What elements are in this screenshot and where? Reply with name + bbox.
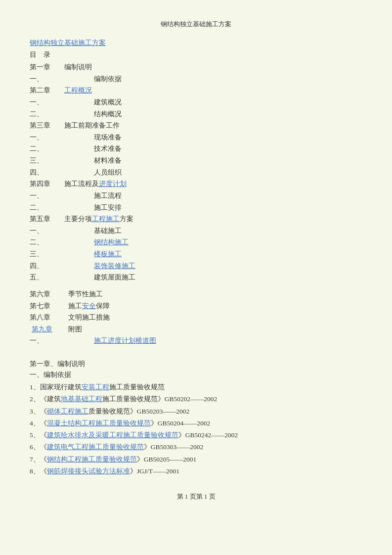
link-item-8[interactable]: 钢筋焊接接头试验方法标准: [47, 467, 130, 475]
toc-row-ch3-4: 四、 人员组织: [30, 167, 362, 179]
link-item-7[interactable]: 钢结构工程施工质量验收规范: [47, 456, 137, 463]
toc-text-ch4-2: 施工安排: [64, 202, 362, 214]
doc-title-link[interactable]: 钢结构独立基础施工方案: [30, 39, 362, 47]
toc-text-ch4-1: 施工流程: [64, 190, 362, 202]
item-3: 3、《砌体工程施工质量验收规范》GB50203——2002: [30, 406, 362, 417]
toc-row-ch9-1: 一、 施工进度计划横道图: [30, 335, 362, 347]
toc-text-ch8: 文明施工措施: [64, 312, 362, 324]
link-item-4[interactable]: 混凝土结构工程施工质量验收规范: [47, 419, 151, 427]
toc-text-ch3-2: 技术准备: [64, 143, 362, 155]
toc-row-ch2-1: 一、 建筑概况: [30, 96, 362, 108]
toc-num-2-1: 一、: [30, 96, 64, 108]
toc-row-ch5-4: 四、 装饰装修施工: [30, 260, 362, 272]
toc-num-9-1: 一、: [30, 335, 64, 347]
content-section-1: 第一章、编制说明 一、编制依据 1、国家现行建筑安装工程施工质量验收规范 2、《…: [30, 360, 362, 477]
toc-row-ch6: 第六章 季节性施工: [30, 288, 362, 300]
toc-chapter-5: 第五章: [30, 213, 64, 225]
toc-text-ch9: 附图: [64, 324, 362, 335]
toc-chapter-8: 第八章: [30, 312, 64, 324]
toc-row-ch3: 第三章 施工前期准备工作: [30, 120, 362, 132]
toc-row-ch7: 第七章 施工安全保障: [30, 300, 362, 312]
toc-text-ch3-4: 人员组织: [64, 167, 362, 179]
item-1: 1、国家现行建筑安装工程施工质量验收规范: [30, 381, 362, 393]
toc-link-ch5-2[interactable]: 钢结构施工: [94, 238, 129, 246]
toc-num-4-1: 一、: [30, 190, 64, 202]
toc-text-ch3-3: 材料准备: [64, 155, 362, 167]
item-4: 4、《混凝土结构工程施工质量验收规范》GB50204——2002: [30, 417, 362, 429]
toc-text-ch4: 施工流程及进度计划: [64, 178, 362, 190]
link-item-6[interactable]: 建筑电气工程施工质量验收规范: [47, 443, 144, 451]
toc-row-ch4: 第四章 施工流程及进度计划: [30, 178, 362, 190]
link-item-5[interactable]: 建筑给水排水及采暖工程施工质量验收规范: [47, 431, 178, 439]
toc-chapter-6: 第六章: [30, 288, 64, 300]
toc-row-ch8: 第八章 文明施工措施: [30, 312, 362, 324]
toc-text-ch1: 编制说明: [64, 61, 362, 73]
toc-row-ch2: 第二章 工程概况: [30, 85, 362, 96]
toc-row-ch5: 第五章 主要分项工程施工方案: [30, 213, 362, 225]
toc-link-ch5-4[interactable]: 装饰装修施工: [94, 262, 135, 270]
toc-text-ch5-2: 钢结构施工: [64, 236, 362, 248]
toc-row-ch9: 第九章 附图: [30, 324, 362, 335]
toc-num-3-3: 三、: [30, 155, 64, 167]
toc-row-ch4-2: 二、 施工安排: [30, 202, 362, 214]
header-title: 钢结构独立基础施工方案: [161, 20, 231, 28]
toc-link-ch2[interactable]: 工程概况: [64, 87, 92, 94]
toc-num-3-2: 二、: [30, 143, 64, 155]
toc-row-ch5-3: 三、 楼板施工: [30, 248, 362, 260]
link-item-2[interactable]: 地基基础工程: [61, 395, 102, 403]
toc-text-ch1-1: 编制依据: [64, 73, 362, 85]
toc-row-ch2-2: 二、 结构概况: [30, 108, 362, 120]
toc-text-ch5-5: 建筑屋面施工: [64, 272, 362, 283]
toc-link-ch9-1[interactable]: 施工进度计划横道图: [94, 337, 156, 344]
toc-row-ch3-2: 二、 技术准备: [30, 143, 362, 155]
item-6: 6、《建筑电气工程施工质量验收规范》GB50303——2002: [30, 441, 362, 453]
toc-num-3-1: 一、: [30, 132, 64, 143]
toc-link-ch9-label[interactable]: 第九章: [32, 325, 52, 333]
section-title-1-1: 一、编制依据: [30, 370, 362, 379]
toc-text-ch2: 工程概况: [64, 85, 362, 96]
document-page: 钢结构独立基础施工方案 钢结构独立基础施工方案 目 录 第一章 编制说明 一、 …: [0, 0, 392, 555]
toc-group-1: 第一章 编制说明 一、 编制依据 第二章 工程概况 一、 建筑概况 二、 结构概…: [30, 61, 362, 283]
toc-row-ch4-1: 一、 施工流程: [30, 190, 362, 202]
toc-chapter-4: 第四章: [30, 178, 64, 190]
toc-chapter-3: 第三章: [30, 120, 64, 132]
toc-num-4-2: 二、: [30, 202, 64, 214]
item-7: 7、《钢结构工程施工质量验收规范》GB50205——2001: [30, 454, 362, 465]
link-item-1[interactable]: 安装工程: [82, 383, 109, 391]
toc-num-5-5: 五、: [30, 272, 64, 283]
toc-link-ch4[interactable]: 进度计划: [99, 180, 127, 187]
toc-link-ch5[interactable]: 工程施工: [92, 215, 120, 223]
toc-num-1-1: 一、: [30, 73, 64, 85]
toc-text-ch5-1: 基础施工: [64, 225, 362, 237]
toc-row-ch1: 第一章 编制说明: [30, 61, 362, 73]
toc-row-ch3-3: 三、 材料准备: [30, 155, 362, 167]
page-header: 钢结构独立基础施工方案: [30, 20, 362, 29]
item-2: 2、《建筑地基基础工程施工质量验收规范》GB50202——2002: [30, 393, 362, 405]
toc-row-ch5-1: 一、 基础施工: [30, 225, 362, 237]
toc-text-ch2-2: 结构概况: [64, 108, 362, 120]
toc-text-ch7: 施工安全保障: [64, 300, 362, 312]
toc-chapter-1: 第一章: [30, 61, 64, 73]
toc-row-ch3-1: 一、 现场准备: [30, 132, 362, 143]
toc-row-ch5-5: 五、 建筑屋面施工: [30, 272, 362, 283]
toc-num-5-1: 一、: [30, 225, 64, 237]
toc-link-ch7[interactable]: 安全: [82, 302, 96, 310]
item-5: 5、《建筑给水排水及采暖工程施工质量验收规范》GB50242——2002: [30, 429, 362, 441]
link-item-3[interactable]: 砌体工程施工: [47, 408, 88, 415]
toc-text-ch3-1: 现场准备: [64, 132, 362, 143]
toc-num-5-4: 四、: [30, 260, 64, 272]
footer-text: 第 1 页第 1 页: [177, 493, 216, 500]
toc-text-ch5-3: 楼板施工: [64, 248, 362, 260]
toc-text-ch3: 施工前期准备工作: [64, 120, 362, 132]
toc-text-ch6: 季节性施工: [64, 288, 362, 300]
toc-group-2: 第六章 季节性施工 第七章 施工安全保障 第八章 文明施工措施 第九章 附图 一…: [30, 288, 362, 347]
toc-text-ch5: 主要分项工程施工方案: [64, 213, 362, 225]
toc-link-ch5-3[interactable]: 楼板施工: [94, 250, 122, 258]
toc-num-5-3: 三、: [30, 248, 64, 260]
toc-chapter-2: 第二章: [30, 85, 64, 96]
toc-heading: 目 录: [30, 50, 362, 59]
toc-text-ch5-4: 装饰装修施工: [64, 260, 362, 272]
toc-chapter-9[interactable]: 第九章: [30, 324, 64, 335]
item-8: 8、《钢筋焊接接头试验方法标准》JGJ/T——2001: [30, 465, 362, 477]
page-footer: 第 1 页第 1 页: [30, 492, 362, 501]
